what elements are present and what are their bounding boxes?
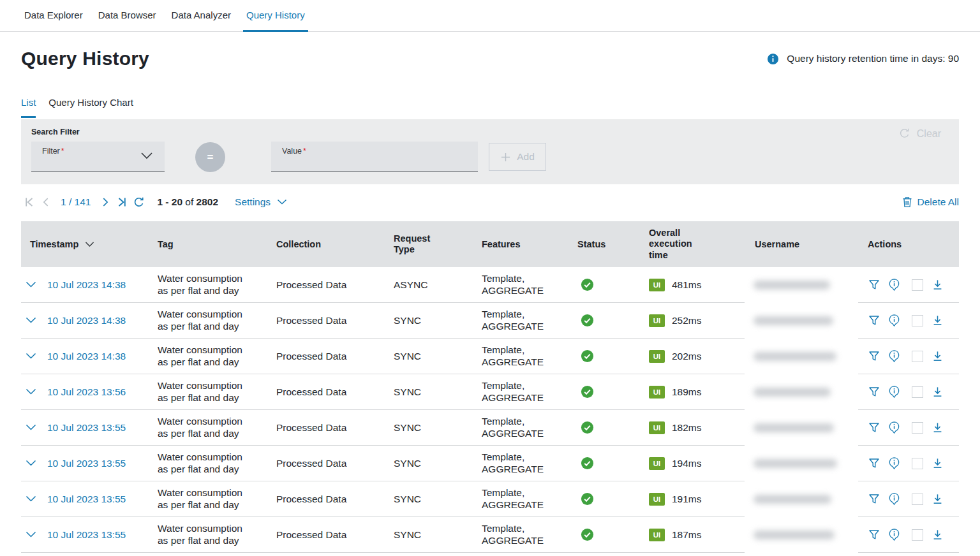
column-header-request-type: Request Type bbox=[394, 233, 482, 256]
nav-tab-data-explorer[interactable]: Data Explorer bbox=[21, 0, 86, 32]
tab-list[interactable]: List bbox=[21, 97, 36, 118]
row-checkbox[interactable] bbox=[912, 458, 923, 469]
download-icon[interactable] bbox=[932, 529, 944, 541]
collection-cell: Processed Data bbox=[276, 422, 394, 434]
nav-tab-query-history[interactable]: Query History bbox=[243, 0, 308, 32]
timestamp-link[interactable]: 10 Jul 2023 13:55 bbox=[47, 529, 126, 541]
filter-funnel-icon[interactable] bbox=[868, 314, 880, 327]
status-success-icon bbox=[581, 457, 642, 470]
page-title: Query History bbox=[21, 48, 149, 70]
retention-note-text: Query history retention time in days: 90 bbox=[787, 53, 959, 64]
required-asterisk: * bbox=[61, 147, 64, 156]
timestamp-link[interactable]: 10 Jul 2023 13:55 bbox=[47, 422, 126, 434]
value-input[interactable]: Value* bbox=[271, 142, 478, 172]
download-icon[interactable] bbox=[932, 350, 944, 362]
ui-badge: UI bbox=[649, 314, 665, 327]
row-checkbox[interactable] bbox=[912, 529, 923, 541]
view-tabs: List Query History Chart bbox=[21, 97, 959, 118]
row-expander-chevron-icon[interactable] bbox=[26, 531, 36, 538]
settings-button[interactable]: Settings bbox=[235, 196, 287, 208]
clear-filter-button[interactable]: Clear bbox=[898, 128, 941, 140]
request-type-cell: ASYNC bbox=[394, 279, 482, 291]
request-type-cell: SYNC bbox=[394, 315, 482, 326]
row-checkbox[interactable] bbox=[912, 386, 923, 398]
timestamp-link[interactable]: 10 Jul 2023 13:55 bbox=[47, 458, 126, 469]
filter-funnel-icon[interactable] bbox=[868, 529, 880, 541]
info-balloon-icon[interactable] bbox=[887, 278, 901, 291]
tag-cell: Water consumption as per flat and day bbox=[158, 487, 244, 511]
info-balloon-icon[interactable] bbox=[887, 385, 901, 399]
first-page-button[interactable] bbox=[21, 194, 38, 210]
previous-page-button[interactable] bbox=[38, 194, 54, 210]
last-page-button[interactable] bbox=[114, 194, 130, 210]
status-success-icon bbox=[581, 349, 642, 363]
page-header: Query History Query history retention ti… bbox=[21, 45, 959, 73]
page-indicator: 1 / 141 bbox=[61, 196, 91, 208]
nav-tab-data-analyzer[interactable]: Data Analyzer bbox=[168, 0, 234, 32]
row-checkbox[interactable] bbox=[912, 351, 923, 362]
column-header-timestamp[interactable]: Timestamp bbox=[21, 239, 158, 249]
row-expander-chevron-icon[interactable] bbox=[26, 353, 36, 360]
delete-all-button[interactable]: Delete All bbox=[902, 196, 959, 208]
timestamp-link[interactable]: 10 Jul 2023 14:38 bbox=[47, 315, 126, 326]
info-balloon-icon[interactable] bbox=[887, 528, 901, 541]
filter-funnel-icon[interactable] bbox=[868, 493, 880, 506]
download-icon[interactable] bbox=[932, 457, 944, 469]
collection-cell: Processed Data bbox=[276, 279, 394, 291]
info-balloon-icon[interactable] bbox=[887, 457, 901, 470]
column-header-features: Features bbox=[482, 239, 577, 249]
status-success-icon bbox=[581, 492, 642, 506]
row-checkbox[interactable] bbox=[912, 279, 923, 291]
filter-funnel-icon[interactable] bbox=[868, 386, 880, 399]
row-expander-chevron-icon[interactable] bbox=[26, 317, 36, 324]
column-header-status: Status bbox=[577, 239, 649, 249]
info-balloon-icon[interactable] bbox=[887, 314, 901, 327]
timestamp-link[interactable]: 10 Jul 2023 13:55 bbox=[47, 494, 126, 505]
download-icon[interactable] bbox=[932, 493, 944, 505]
column-header-actions: Actions bbox=[858, 239, 959, 249]
features-cell: Template, AGGREGATE bbox=[482, 344, 552, 368]
execution-time: 191ms bbox=[672, 494, 702, 505]
next-page-button[interactable] bbox=[97, 194, 114, 210]
nav-tab-data-browser[interactable]: Data Browser bbox=[95, 0, 160, 32]
info-balloon-icon[interactable] bbox=[887, 349, 901, 363]
tag-cell: Water consumption as per flat and day bbox=[158, 273, 244, 296]
row-checkbox[interactable] bbox=[912, 315, 923, 326]
tag-cell: Water consumption as per flat and day bbox=[158, 309, 244, 332]
info-circle-icon bbox=[767, 53, 779, 65]
download-icon[interactable] bbox=[932, 386, 944, 398]
timestamp-link[interactable]: 10 Jul 2023 14:38 bbox=[47, 279, 126, 291]
download-icon[interactable] bbox=[932, 314, 944, 326]
filter-select[interactable]: Filter* bbox=[31, 142, 165, 172]
download-icon[interactable] bbox=[932, 421, 944, 434]
operator-equals-chip[interactable]: = bbox=[195, 142, 225, 172]
row-expander-chevron-icon[interactable] bbox=[26, 495, 36, 502]
search-filter-panel: Search Filter Filter* = Value* Add bbox=[21, 119, 959, 184]
download-icon[interactable] bbox=[932, 279, 944, 291]
row-expander-chevron-icon[interactable] bbox=[26, 388, 36, 395]
tab-query-history-chart[interactable]: Query History Chart bbox=[48, 97, 133, 118]
info-balloon-icon[interactable] bbox=[887, 492, 901, 506]
reload-icon[interactable] bbox=[130, 194, 147, 210]
row-expander-chevron-icon[interactable] bbox=[26, 281, 36, 288]
column-header-username: Username bbox=[755, 239, 858, 249]
value-input-label: Value* bbox=[282, 147, 306, 156]
filter-funnel-icon[interactable] bbox=[868, 279, 880, 291]
filter-funnel-icon[interactable] bbox=[868, 457, 880, 470]
row-expander-chevron-icon[interactable] bbox=[26, 424, 36, 431]
filter-funnel-icon[interactable] bbox=[868, 350, 880, 363]
top-navigation: Data Explorer Data Browser Data Analyzer… bbox=[0, 0, 980, 32]
username-blurred-text bbox=[754, 281, 830, 289]
execution-time: 481ms bbox=[672, 279, 702, 291]
add-filter-button[interactable]: Add bbox=[489, 143, 546, 171]
row-checkbox[interactable] bbox=[912, 422, 923, 434]
timestamp-link[interactable]: 10 Jul 2023 13:56 bbox=[47, 386, 126, 398]
request-type-cell: SYNC bbox=[394, 351, 482, 362]
row-expander-chevron-icon[interactable] bbox=[26, 460, 36, 467]
info-balloon-icon[interactable] bbox=[887, 421, 901, 434]
timestamp-link[interactable]: 10 Jul 2023 14:38 bbox=[47, 351, 126, 362]
filter-funnel-icon[interactable] bbox=[868, 421, 880, 434]
ui-badge: UI bbox=[649, 350, 665, 363]
query-history-page: Data Explorer Data Browser Data Analyzer… bbox=[0, 0, 980, 556]
row-checkbox[interactable] bbox=[912, 494, 923, 505]
